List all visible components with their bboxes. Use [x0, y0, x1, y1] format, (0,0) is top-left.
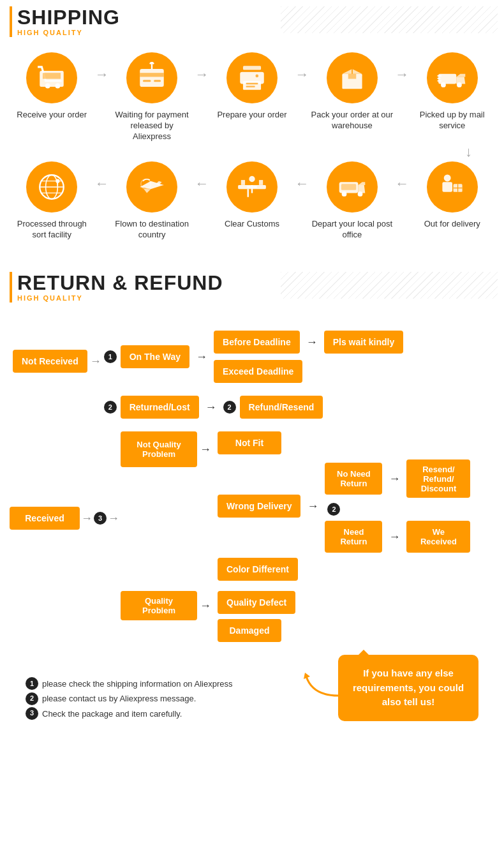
num-circle-2: 2	[104, 401, 117, 414]
header-text: SHIPPING HIGH QUALITY	[17, 7, 120, 36]
flow-item-payment: Waiting for payment released by Aliexpre…	[110, 52, 193, 142]
flow-item-customs: Clear Customs	[211, 161, 293, 230]
flow-item-pack: Pack your order at our warehouse	[311, 52, 394, 131]
return-header-text: RETURN & REFUND HIGH QUALITY	[17, 273, 223, 302]
flow-item-flown: Flown to destination country	[110, 161, 193, 241]
svg-rect-23	[442, 182, 452, 192]
note-2: 2 please contact us by Aliexpress messag…	[26, 691, 325, 706]
svg-point-34	[249, 176, 255, 181]
box-icon	[336, 62, 368, 94]
speech-bubble: If you have any else requirements, you c…	[338, 655, 478, 721]
return-header-bar	[10, 272, 12, 303]
note-text-1: please check the shipping information on…	[42, 676, 232, 691]
note-icon-2: 2	[26, 692, 38, 705]
quality-defect-row: Quality Defect	[218, 591, 295, 614]
footer-area: 1 please check the shipping information …	[6, 655, 498, 728]
svg-rect-6	[154, 80, 161, 82]
before-deadline-box: Before Deadline	[214, 331, 300, 354]
flow-circle-outdelivery	[427, 161, 478, 213]
flow-circle-prepare	[226, 52, 278, 103]
wrong-delivery-box: Wrong Delivery	[218, 495, 300, 518]
arrow-bd: →	[306, 336, 318, 349]
color-diff-box: Color Different	[218, 558, 298, 581]
note-text-3: Check the package and item carefully.	[42, 706, 182, 721]
no-need-row: No Need Return → Resend/ Refund/ Discoun…	[325, 459, 470, 498]
flow-item-depart: Depart your local post office	[311, 161, 394, 241]
we-received-box: We Received	[406, 521, 470, 553]
color-diff-row: Color Different	[218, 558, 470, 581]
shipping-header: SHIPPING HIGH QUALITY	[0, 0, 504, 40]
arrow-qp: →	[200, 599, 211, 613]
flow-item-receive: Receive your order	[10, 52, 93, 121]
num-circle-2c: 2	[327, 503, 340, 516]
return-options: No Need Return → Resend/ Refund/ Discoun…	[325, 459, 470, 553]
flow-item-pickup: Picked up by mail service	[411, 52, 494, 131]
quality-defect-box: Quality Defect	[218, 591, 295, 614]
arrow-3: →	[295, 52, 309, 83]
received-tree: Not Quality Problem → Not Fit Wrong Deli…	[121, 431, 470, 642]
svg-point-12	[255, 75, 258, 78]
cart-icon	[36, 62, 68, 94]
flow-row-1: Receive your order → Waiting for payment…	[6, 46, 498, 142]
received-box: Received	[10, 507, 80, 530]
arrow-1: →	[95, 52, 109, 83]
note-text-2: please contact us by Aliexpress message.	[42, 691, 196, 706]
flow-item-outdelivery: Out for delivery	[411, 161, 494, 230]
not-received-main: Not Received →	[13, 350, 104, 373]
quality-problem-box: Quality Problem	[121, 591, 197, 620]
return-header: RETURN & REFUND HIGH QUALITY	[0, 265, 504, 305]
arrow-left-2: ←	[295, 161, 309, 192]
flow-label-sort: Processed through sort facility	[10, 219, 93, 241]
not-quality-box: Not Quality Problem	[121, 431, 197, 467]
print-icon	[236, 62, 268, 94]
svg-rect-32	[241, 180, 245, 185]
svg-rect-14	[348, 74, 357, 79]
svg-rect-3	[140, 69, 164, 87]
qp-subs: Quality Defect Damaged	[218, 591, 295, 642]
flow-item-sort: Processed through sort facility	[10, 161, 93, 241]
arrow-4: →	[395, 52, 409, 83]
flow-label-receive: Receive your order	[17, 110, 87, 121]
wrong-delivery-row: Wrong Delivery → No Need Return → Resend…	[218, 459, 470, 553]
svg-point-17	[441, 82, 446, 87]
svg-rect-10	[246, 83, 258, 84]
svg-point-29	[358, 191, 363, 197]
delivery-man-icon	[436, 171, 468, 203]
qp-main: Quality Problem →	[121, 591, 214, 620]
arrow-nqp: →	[200, 443, 211, 456]
arrow-nr2: →	[389, 530, 400, 544]
damaged-box: Damaged	[218, 619, 281, 642]
onway-sub: Before Deadline → Pls wait kindly Exceed…	[214, 331, 403, 383]
damaged-row: Damaged	[218, 619, 295, 642]
flow-label-depart: Depart your local post office	[311, 219, 394, 241]
arrow-nnr: →	[389, 472, 400, 486]
flow-label-payment: Waiting for payment released by Aliexpre…	[110, 110, 193, 142]
return-subtitle: HIGH QUALITY	[17, 294, 223, 302]
svg-rect-7	[243, 66, 261, 70]
num-circle-1: 1	[104, 350, 117, 363]
nqp-subs: Not Fit Wrong Delivery → No Need Return …	[218, 431, 470, 581]
svg-rect-9	[243, 81, 261, 90]
note-icon-1: 1	[26, 677, 38, 690]
svg-point-22	[444, 174, 451, 181]
arrow-left-1: ←	[395, 161, 409, 192]
arrow-wd: →	[307, 500, 318, 513]
note-3: 3 Check the package and item carefully.	[26, 706, 325, 721]
not-fit-row: Not Fit	[218, 431, 470, 454]
plane-icon	[136, 171, 168, 203]
arrow-rec2: →	[108, 512, 119, 525]
arrow-nr: →	[90, 355, 101, 368]
down-arrow: ↓	[6, 144, 498, 160]
flow-row-2: Out for delivery ← Depart your local pos…	[6, 161, 498, 241]
flow-label-outdelivery: Out for delivery	[424, 219, 480, 230]
resend-refund-box: Resend/ Refund/ Discount	[406, 459, 470, 498]
arrow-left-3: ←	[195, 161, 209, 192]
bubble-wrapper: If you have any else requirements, you c…	[338, 655, 478, 721]
not-fit-box: Not Fit	[218, 431, 281, 454]
return-header-hatch	[281, 272, 498, 299]
exceed-deadline-row: Exceed Deadline	[214, 360, 403, 383]
shipping-section: Receive your order → Waiting for payment…	[0, 40, 504, 253]
nqp-main: Not Quality Problem →	[121, 431, 214, 467]
truck-fast-icon	[436, 62, 468, 94]
flow-circle-payment	[126, 52, 177, 103]
